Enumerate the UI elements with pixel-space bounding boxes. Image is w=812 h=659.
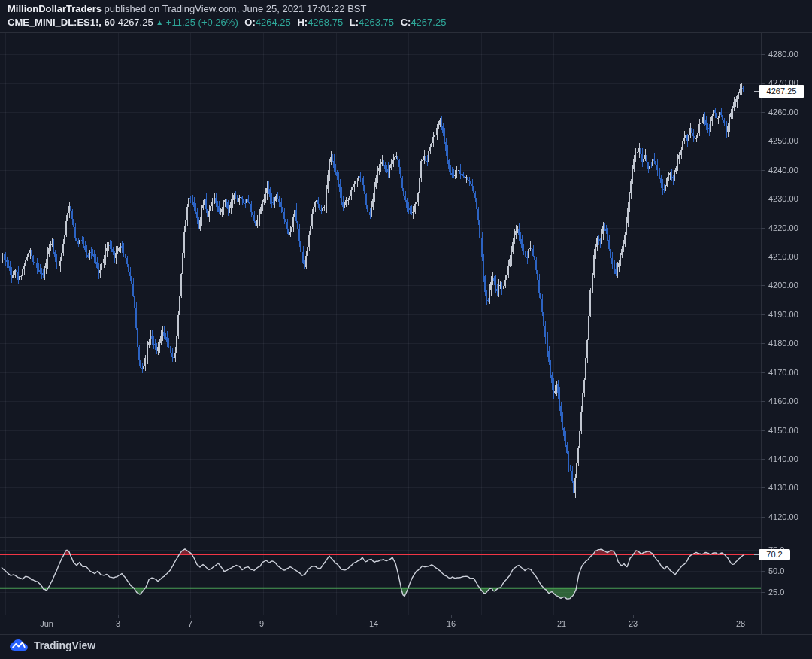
high-value: 4268.75 bbox=[308, 17, 343, 28]
open-value: 4264.25 bbox=[256, 17, 291, 28]
close-label: C: bbox=[401, 17, 411, 28]
tradingview-logo-text: TradingView bbox=[34, 639, 95, 651]
author-name[interactable]: MillionDollarTraders bbox=[8, 3, 102, 14]
price-and-rsi-chart-canvas[interactable] bbox=[0, 0, 812, 659]
chart-header: MillionDollarTraders published on Tradin… bbox=[8, 3, 446, 29]
symbol-status-line: CME_MINI_DL:ES1!, 60 4267.25 ▲ +11.25 (+… bbox=[8, 16, 446, 29]
tradingview-snapshot: MillionDollarTraders published on Tradin… bbox=[0, 0, 812, 659]
tradingview-footer[interactable]: TradingView bbox=[9, 636, 95, 655]
byline-text: published on TradingView.com, June 25, 2… bbox=[102, 3, 366, 14]
tradingview-logo-icon bbox=[9, 639, 29, 652]
low-value: 4263.75 bbox=[359, 17, 394, 28]
high-label: H: bbox=[297, 17, 308, 28]
last-price-axis-label: 4267.25 bbox=[759, 85, 804, 98]
up-triangle-icon: ▲ bbox=[156, 18, 163, 26]
byline: MillionDollarTraders published on Tradin… bbox=[8, 3, 446, 15]
low-label: L: bbox=[350, 17, 359, 28]
open-label: O: bbox=[244, 17, 255, 28]
symbol-interval: CME_MINI_DL:ES1!, 60 bbox=[8, 17, 115, 28]
rsi-value-axis-label: 70.2 bbox=[759, 549, 790, 560]
close-value: 4267.25 bbox=[411, 17, 446, 28]
price-change: +11.25 (+0.26%) bbox=[166, 17, 238, 28]
last-price-value: 4267.25 bbox=[118, 17, 153, 28]
